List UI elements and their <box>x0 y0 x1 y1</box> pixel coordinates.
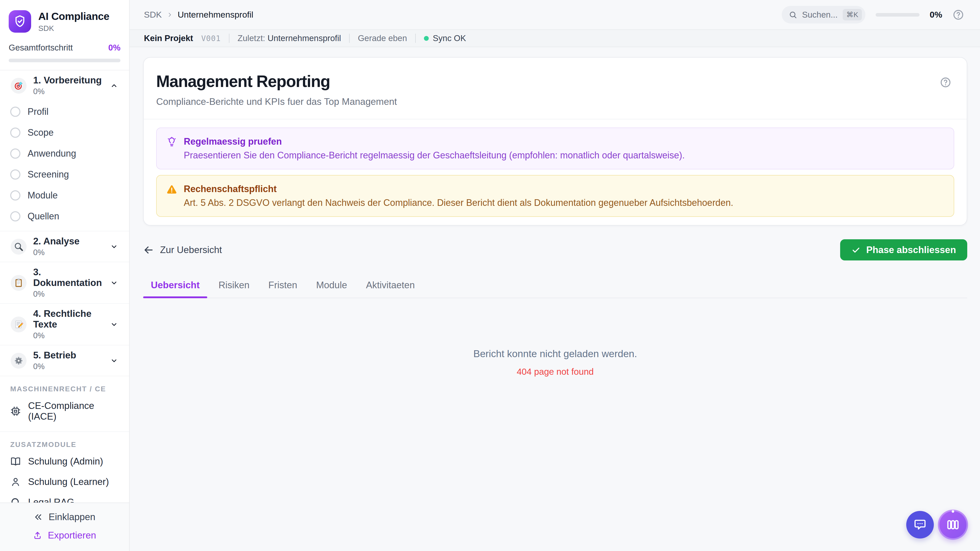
chevrons-left-icon <box>34 513 43 522</box>
phase-title: 3. Dokumentation <box>33 267 103 288</box>
phase-group-rechtliche-texte: 4. Rechtliche Texte 0% <box>0 304 129 345</box>
arrow-left-icon <box>143 245 154 256</box>
phase-nav: 1. Vorbereitung 0% Profil Scope Anwendun… <box>0 70 129 503</box>
tab-uebersicht[interactable]: Uebersicht <box>143 276 207 298</box>
content: Management Reporting Compliance-Berichte… <box>130 47 980 551</box>
substep-anwendung[interactable]: Anwendung <box>0 143 129 164</box>
phase-title: 1. Vorbereitung <box>33 75 102 86</box>
collapse-sidebar-button[interactable]: Einklappen <box>34 512 95 522</box>
overall-progress: Gesamtfortschritt 0% <box>0 41 129 70</box>
divider <box>349 34 350 43</box>
phase-item-analyse[interactable]: 2. Analyse 0% <box>0 231 129 262</box>
substep-radio[interactable] <box>10 106 21 117</box>
divider <box>229 34 229 43</box>
substep-radio[interactable] <box>10 211 21 221</box>
phase-item-rechtliche-texte[interactable]: 4. Rechtliche Texte 0% <box>0 304 129 345</box>
actions-row: Zur Uebersicht Phase abschliessen <box>143 239 967 260</box>
back-to-overview-link[interactable]: Zur Uebersicht <box>143 245 222 256</box>
tab-bar: Uebersicht Risiken Fristen Module Aktivi… <box>143 276 967 298</box>
last-edited: Zuletzt: Unternehmensprofil <box>238 33 341 43</box>
substep-label: Anwendung <box>27 148 76 159</box>
page-subtitle: Compliance-Berichte und KPIs fuer das To… <box>156 97 936 107</box>
substep-radio[interactable] <box>10 148 21 159</box>
substep-radio[interactable] <box>10 169 21 179</box>
keyboard-shortcut-badge: ⌘K <box>843 9 862 21</box>
chat-bubble-icon <box>913 518 927 531</box>
search-icon <box>10 497 21 503</box>
help-icon[interactable] <box>953 9 964 21</box>
phase-title: 2. Analyse <box>33 236 80 247</box>
help-icon[interactable] <box>940 76 951 88</box>
chevron-down-icon <box>110 279 118 287</box>
search-icon <box>789 11 797 19</box>
module-label: CE-Compliance (IACE) <box>28 400 121 422</box>
phase-title: 4. Rechtliche Texte <box>33 308 103 330</box>
phase-group-dokumentation: 3. Dokumentation 0% <box>0 262 129 304</box>
tip-notice: Regelmaessig pruefen Praesentieren Sie d… <box>156 127 954 169</box>
tab-module[interactable]: Module <box>309 276 355 298</box>
sidebar-item-ce-compliance[interactable]: CE-Compliance (IACE) <box>0 395 129 427</box>
chevron-up-icon <box>110 82 118 89</box>
sidebar: AI Compliance SDK Gesamtfortschritt 0% 1… <box>0 0 130 551</box>
substep-quellen[interactable]: Quellen <box>0 206 129 227</box>
app-title: AI Compliance <box>38 11 109 22</box>
complete-phase-button[interactable]: Phase abschliessen <box>840 239 967 260</box>
module-label: Schulung (Admin) <box>28 456 103 467</box>
search-button[interactable]: Suchen... ⌘K <box>782 6 865 24</box>
app-logo <box>9 10 31 33</box>
shield-check-icon <box>13 15 27 28</box>
sync-label: Sync OK <box>433 33 466 43</box>
phase-progress: 0% <box>33 248 80 257</box>
version-badge: V001 <box>201 34 221 43</box>
substep-screening[interactable]: Screening <box>0 164 129 185</box>
phase-group-vorbereitung: 1. Vorbereitung 0% Profil Scope Anwendun… <box>0 70 129 231</box>
sidebar-item-schulung-admin[interactable]: Schulung (Admin) <box>0 451 129 472</box>
phase-item-betrieb[interactable]: 5. Betrieb 0% <box>0 345 129 376</box>
upload-icon <box>33 531 42 540</box>
substep-label: Profil <box>27 106 48 117</box>
app-logo-row: AI Compliance SDK <box>0 0 129 41</box>
phase-item-dokumentation[interactable]: 3. Dokumentation 0% <box>0 262 129 303</box>
empty-state-message: Bericht konnte nicht geladen werden. <box>143 348 967 359</box>
breadcrumb-current: Unternehmensprofil <box>178 10 253 20</box>
header-progress-bar <box>876 13 920 17</box>
tab-risiken[interactable]: Risiken <box>211 276 257 298</box>
tab-fristen[interactable]: Fristen <box>261 276 305 298</box>
overall-progress-bar <box>9 59 121 62</box>
memo-icon <box>11 317 27 332</box>
board-fab-button[interactable] <box>938 510 968 540</box>
breadcrumb-root[interactable]: SDK <box>144 10 162 20</box>
warning-triangle-icon <box>166 184 177 195</box>
substep-radio[interactable] <box>10 190 21 200</box>
sidebar-footer: Einklappen Exportieren <box>0 503 129 551</box>
tab-aktivitaeten[interactable]: Aktivitaeten <box>358 276 422 298</box>
book-icon <box>10 456 21 467</box>
search-placeholder: Suchen... <box>802 10 838 20</box>
chevron-right-icon <box>166 11 173 18</box>
phase-group-analyse: 2. Analyse 0% <box>0 231 129 262</box>
phase-item-vorbereitung[interactable]: 1. Vorbereitung 0% <box>0 70 129 101</box>
substep-scope[interactable]: Scope <box>0 122 129 143</box>
export-button[interactable]: Exportieren <box>33 530 96 541</box>
substep-label: Quellen <box>27 211 59 222</box>
clipboard-icon <box>11 275 27 291</box>
section-label-zusatzmodule: ZUSATZMODULE <box>10 441 129 449</box>
substep-profil[interactable]: Profil <box>0 101 129 122</box>
sync-status: Sync OK <box>424 33 466 43</box>
sidebar-item-schulung-learner[interactable]: Schulung (Learner) <box>0 472 129 492</box>
substep-module[interactable]: Module <box>0 185 129 206</box>
module-label: Schulung (Learner) <box>28 476 109 487</box>
complete-phase-label: Phase abschliessen <box>866 245 956 256</box>
export-label: Exportieren <box>48 530 96 541</box>
sidebar-item-legal-rag[interactable]: Legal RAG <box>0 492 129 503</box>
project-label: Kein Projekt <box>144 33 193 43</box>
overall-progress-value: 0% <box>108 43 121 52</box>
person-icon <box>10 476 21 487</box>
chat-fab-button[interactable] <box>906 511 934 538</box>
phase-title: 5. Betrieb <box>33 350 76 361</box>
substep-list: Profil Scope Anwendung Screening Module <box>0 101 129 231</box>
substep-radio[interactable] <box>10 127 21 138</box>
last-label: Zuletzt: <box>238 33 265 43</box>
substep-label: Screening <box>27 169 69 180</box>
tip-title: Regelmaessig pruefen <box>184 136 685 147</box>
